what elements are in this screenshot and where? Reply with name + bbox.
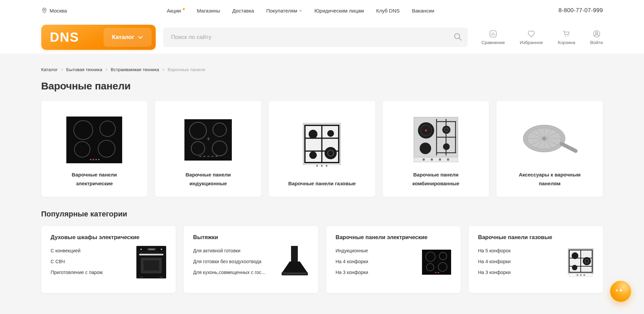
category-card-gas-hobs[interactable]: Варочные панели газовые	[269, 101, 375, 197]
nav-item-vacancies[interactable]: Вакансии	[412, 8, 434, 14]
top-navigation: Акции Магазины Доставка Покупателям Юрид…	[167, 8, 434, 14]
popular-link[interactable]: Приготовление с паром	[51, 267, 136, 278]
category-card-hob-accessories[interactable]: Аксессуары к варочным панелям	[496, 101, 603, 197]
popular-link[interactable]: С конвекцией	[51, 245, 136, 256]
popular-link[interactable]: Для готовки без воздухоотвода	[193, 256, 279, 267]
cart-icon	[562, 29, 571, 38]
category-grid: Варочные панели электрические	[41, 101, 603, 197]
combined-hob-image	[414, 109, 458, 170]
page-title: Варочные панели	[41, 80, 603, 92]
chat-assistant-icon	[616, 290, 618, 291]
gas-hob-small-image	[568, 247, 594, 278]
chat-assistant-icon	[620, 289, 622, 291]
category-card-induction-hobs[interactable]: Варочные панели индукционные	[155, 101, 261, 197]
chevron-down-icon	[138, 36, 143, 39]
popular-card-ovens: Духовые шкафы электрические С конвекцией…	[41, 226, 176, 293]
login-button[interactable]: Войти	[590, 29, 603, 45]
breadcrumb-current: Варочные панели	[168, 67, 205, 72]
category-card-electric-hobs[interactable]: Варочные панели электрические	[41, 101, 148, 197]
site-search	[163, 27, 468, 47]
popular-card-title[interactable]: Варочные панели газовые	[478, 234, 594, 240]
breadcrumb-builtin[interactable]: Встраиваемая техника	[111, 67, 159, 72]
electric-hob-small-image	[422, 250, 451, 276]
popular-card-title[interactable]: Духовые шкафы электрические	[51, 234, 166, 240]
breadcrumb-separator: >	[61, 67, 63, 72]
popular-card-title[interactable]: Варочные панели электрические	[336, 234, 451, 240]
location-pin-icon	[41, 7, 47, 14]
compare-icon	[489, 29, 497, 38]
city-name: Москва	[50, 8, 67, 14]
breadcrumb-catalog[interactable]: Каталог	[41, 67, 58, 72]
dns-logo-text: DNS	[50, 30, 79, 45]
popular-grid: Духовые шкафы электрические С конвекцией…	[41, 226, 603, 293]
chat-assistant-button[interactable]	[610, 281, 631, 302]
support-phone[interactable]: 8-800-77-07-999	[558, 7, 603, 14]
cart-button[interactable]: Корзина	[558, 29, 575, 45]
popular-link[interactable]: С СВЧ	[51, 256, 136, 267]
user-icon	[592, 29, 601, 38]
electric-hob-image	[66, 109, 122, 170]
popular-link[interactable]: На 4 конфорки	[478, 256, 563, 267]
topbar: Москва Акции Магазины Доставка Покупател…	[0, 0, 644, 21]
induction-hob-image	[184, 109, 232, 170]
nav-item-legal-entities[interactable]: Юридическим лицам	[314, 8, 364, 14]
breadcrumb: Каталог > Бытовая техника > Встраиваемая…	[41, 67, 603, 72]
popular-link[interactable]: Для кухонь,совмещенных с гос...	[193, 267, 279, 278]
breadcrumb-appliances[interactable]: Бытовая техника	[66, 67, 102, 72]
nav-item-promotions[interactable]: Акции	[167, 8, 185, 14]
popular-card-electric-hobs: Варочные панели электрические Индукционн…	[326, 226, 461, 293]
popular-link[interactable]: На 5 конфорок	[478, 245, 563, 256]
search-input[interactable]	[163, 27, 468, 47]
heart-icon	[527, 29, 536, 38]
nav-item-stores[interactable]: Магазины	[197, 8, 220, 14]
hob-adapter-image	[520, 109, 579, 170]
breadcrumb-separator: >	[105, 67, 108, 72]
category-card-combined-hobs[interactable]: Варочные панели комбинированные	[383, 101, 489, 197]
chevron-down-icon	[299, 9, 302, 12]
dns-logo[interactable]: DNS Каталог	[41, 25, 156, 50]
popular-link[interactable]: На 4 конфорки	[336, 256, 421, 267]
promo-dot	[183, 8, 185, 10]
search-icon[interactable]	[453, 32, 463, 42]
popular-card-gas-hobs: Варочные панели газовые На 5 конфорок На…	[469, 226, 603, 293]
nav-item-dns-club[interactable]: Клуб DNS	[376, 8, 400, 14]
header-actions: Сравнение Избранное Корз	[481, 29, 603, 45]
main-header: DNS Каталог	[0, 21, 644, 54]
city-selector[interactable]: Москва	[41, 7, 67, 14]
popular-link[interactable]: На 3 конфорки	[336, 267, 421, 278]
popular-categories-heading: Популярные категории	[41, 210, 603, 218]
breadcrumb-separator: >	[162, 67, 164, 72]
electric-oven-image	[136, 246, 166, 280]
popular-link[interactable]: На 3 конфорки	[478, 267, 563, 278]
gas-hob-image	[303, 109, 341, 179]
popular-link[interactable]: Для активной готовки	[193, 245, 279, 256]
compare-button[interactable]: Сравнение	[481, 29, 505, 45]
catalog-button[interactable]: Каталог	[104, 28, 152, 47]
nav-item-delivery[interactable]: Доставка	[232, 8, 254, 14]
popular-card-hoods: Вытяжки Для активной готовки Для готовки…	[184, 226, 318, 293]
favorites-button[interactable]: Избранное	[520, 29, 543, 45]
popular-link[interactable]: Индукционные	[336, 245, 421, 256]
popular-card-title[interactable]: Вытяжки	[193, 234, 309, 240]
nav-item-customers[interactable]: Покупателям	[266, 8, 302, 14]
cooker-hood-image	[281, 246, 309, 280]
